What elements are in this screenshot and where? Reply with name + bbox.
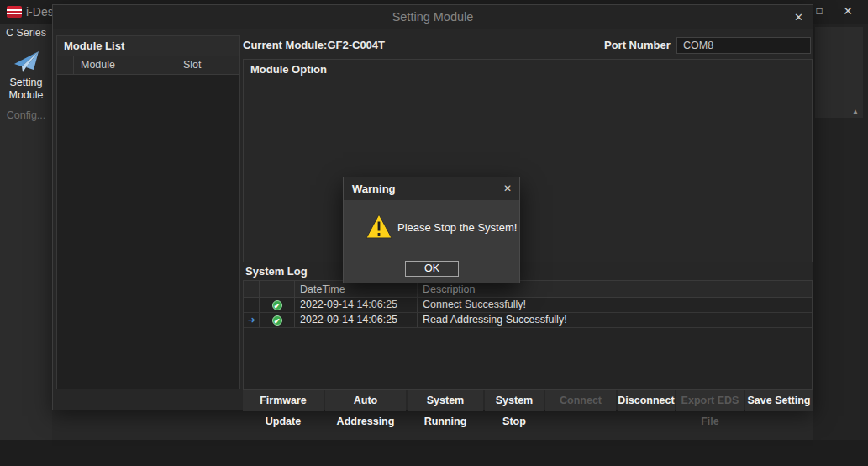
row-status: ✔ <box>260 298 295 312</box>
collapse-up-icon[interactable]: ▲ <box>852 108 859 115</box>
log-col-status <box>260 281 295 297</box>
module-option-title: Module Option <box>244 60 812 76</box>
sidebar-item-setting-module[interactable]: Setting Module <box>0 50 52 102</box>
sidebar-item-config[interactable]: Config... <box>0 109 52 121</box>
dialog-titlebar: Setting Module ✕ <box>53 5 813 29</box>
warning-titlebar: Warning ✕ <box>344 177 519 200</box>
row-status: ✔ <box>260 313 295 327</box>
bottom-band <box>0 440 868 466</box>
current-row-arrow-icon: ➜ <box>244 313 260 327</box>
success-check-icon: ✔ <box>272 300 282 310</box>
firmware-update-button[interactable]: Firmware Update <box>243 390 324 411</box>
warning-triangle-icon <box>366 214 392 239</box>
connect-button: Connect <box>545 390 616 411</box>
application-window: i-Designer □ ✕ C Series Setting Module C… <box>0 0 868 466</box>
module-list-panel: Module List Module Slot <box>56 35 240 389</box>
row-datetime: 2022-09-14 14:06:25 <box>295 298 418 312</box>
tab-c-series[interactable]: C Series <box>0 24 52 39</box>
dialog-header-bar: Current Module:GF2-C004T Port Number <box>243 35 813 56</box>
row-datetime: 2022-09-14 14:06:25 <box>295 313 418 327</box>
auto-addressing-button[interactable]: Auto Addressing <box>325 390 406 411</box>
module-list-header-row: Module Slot <box>57 56 239 75</box>
system-log-panel: System Log DateTime Description ✔ 2022-0… <box>243 262 813 390</box>
system-log-header-row: DateTime Description <box>244 281 812 298</box>
system-log-title: System Log <box>243 262 813 280</box>
disconnect-button[interactable]: Disconnect <box>618 390 675 411</box>
background-side-panel: ▲ <box>815 27 863 118</box>
current-module-label: Current Module:GF2-C004T <box>243 35 385 56</box>
warning-message: Please Stop the System! <box>397 221 517 234</box>
system-stop-button[interactable]: System Stop <box>485 390 544 411</box>
row-description: Connect Successfully! <box>418 298 812 312</box>
close-icon[interactable]: ✕ <box>794 5 803 29</box>
dialog-button-bar: Firmware Update Auto Addressing System R… <box>243 390 813 411</box>
maximize-icon[interactable]: □ <box>812 3 827 19</box>
row-arrow <box>244 298 260 312</box>
dialog-title: Setting Module <box>53 5 813 29</box>
warning-dialog: Warning ✕ Please Stop the System! OK <box>343 177 520 283</box>
sidebar-item-label: Module <box>0 89 52 102</box>
module-list-col-blank <box>57 56 74 74</box>
export-eds-file-button: Export EDS File <box>676 390 744 411</box>
log-row[interactable]: ✔ 2022-09-14 14:06:25 Connect Successful… <box>244 298 812 313</box>
warning-body: Please Stop the System! OK <box>344 200 519 283</box>
sidebar-item-label: Setting <box>0 77 52 89</box>
log-row[interactable]: ➜ ✔ 2022-09-14 14:06:25 Read Addressing … <box>244 313 812 328</box>
module-option-panel: Module Option <box>243 59 813 262</box>
sidebar: C Series Setting Module Config... <box>0 24 52 440</box>
save-setting-button[interactable]: Save Setting <box>745 390 813 411</box>
warning-title: Warning <box>344 177 519 200</box>
paper-plane-icon <box>11 50 41 75</box>
ok-button[interactable]: OK <box>405 261 459 277</box>
success-check-icon: ✔ <box>272 315 282 326</box>
port-number-input[interactable] <box>676 37 811 54</box>
port-number-label: Port Number <box>604 35 671 56</box>
module-list-col-slot: Slot <box>176 56 239 74</box>
close-icon[interactable]: ✕ <box>840 3 855 19</box>
system-running-button[interactable]: System Running <box>408 390 483 411</box>
app-logo-icon <box>7 6 22 18</box>
module-list-title: Module List <box>57 36 239 56</box>
module-list-col-module: Module <box>74 56 176 74</box>
row-description: Read Addressing Successfully! <box>418 313 812 327</box>
system-log-table: DateTime Description ✔ 2022-09-14 14:06:… <box>243 280 813 390</box>
close-icon[interactable]: ✕ <box>503 177 512 200</box>
log-col-arrow <box>244 281 260 297</box>
